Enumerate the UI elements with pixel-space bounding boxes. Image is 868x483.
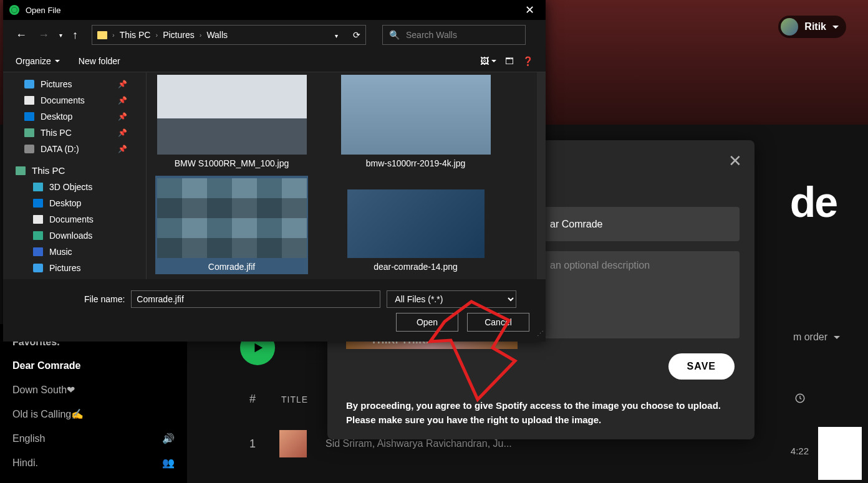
dialog-nav: ← → ▾ ↑ › This PC › Pictures › Walls ▾ ⟳… bbox=[3, 20, 546, 50]
close-icon[interactable]: ✕ bbox=[520, 3, 539, 17]
sidebar-item-dear-comrade[interactable]: Dear Comrade bbox=[12, 354, 175, 378]
search-icon: 🔍 bbox=[389, 30, 400, 40]
sidebar-item-old-is-calling[interactable]: Old is Calling✍ bbox=[12, 402, 175, 426]
track-artists: Sid Sriram, Aishwarya Ravichandran, Ju..… bbox=[326, 438, 512, 449]
breadcrumb-walls[interactable]: Walls bbox=[206, 30, 228, 40]
dialog-titlebar: Open File ✕ bbox=[3, 0, 546, 20]
dialog-title: Open File bbox=[26, 6, 60, 15]
filename-label: File name: bbox=[84, 294, 125, 304]
playlist-title-partial: de bbox=[790, 178, 837, 226]
save-button[interactable]: SAVE bbox=[668, 353, 735, 380]
tree-pictures[interactable]: Pictures📌 bbox=[3, 76, 146, 92]
file-item[interactable]: bmw-s1000rr-2019-4k.jpg bbox=[339, 72, 492, 171]
chevron-down-icon bbox=[834, 336, 840, 342]
tree-this-pc-quick[interactable]: This PC📌 bbox=[3, 125, 146, 141]
tree-documents[interactable]: Documents📌 bbox=[3, 92, 146, 108]
view-icon[interactable]: 🖼 bbox=[480, 56, 496, 66]
tree-this-pc[interactable]: This PC bbox=[3, 162, 146, 179]
white-overlay bbox=[818, 427, 862, 480]
filetype-select[interactable]: All Files (*.*) bbox=[387, 290, 516, 308]
track-art bbox=[279, 430, 307, 457]
open-button[interactable]: Open bbox=[396, 313, 458, 332]
forward-icon[interactable]: → bbox=[37, 27, 51, 43]
open-file-dialog: Open File ✕ ← → ▾ ↑ › This PC › Pictures… bbox=[3, 0, 546, 342]
refresh-icon[interactable]: ⟳ bbox=[353, 30, 360, 40]
breadcrumb-pictures[interactable]: Pictures bbox=[163, 30, 195, 40]
help-icon[interactable]: ❓ bbox=[523, 56, 533, 66]
user-name: Ritik bbox=[804, 21, 826, 32]
file-thumbnail bbox=[157, 75, 307, 155]
folder-icon bbox=[97, 31, 107, 39]
track-duration: 4:22 bbox=[791, 446, 809, 456]
filename-input[interactable] bbox=[131, 290, 380, 308]
tree-pictures-2[interactable]: Pictures bbox=[3, 260, 146, 276]
history-chevron-icon[interactable]: ▾ bbox=[59, 32, 62, 39]
playlist-name-input[interactable]: ar Comrade bbox=[540, 207, 740, 241]
sidebar-item-english[interactable]: English🔊 bbox=[12, 426, 175, 451]
tree-downloads[interactable]: Downloads bbox=[3, 227, 146, 244]
new-folder-button[interactable]: New folder bbox=[79, 56, 120, 66]
chevron-down-icon bbox=[832, 26, 839, 32]
file-grid: BMW S1000RR_MM_100.jpg bmw-s1000rr-2019-… bbox=[147, 72, 546, 279]
tree-music[interactable]: Music bbox=[3, 244, 146, 260]
track-header: # TITLE bbox=[249, 393, 308, 406]
file-thumbnail bbox=[341, 75, 491, 155]
breadcrumb-this-pc[interactable]: This PC bbox=[120, 30, 151, 40]
dialog-toolbar: Organize New folder 🖼 🗔 ❓ bbox=[3, 50, 546, 72]
volume-icon: 🔊 bbox=[162, 433, 175, 444]
user-menu[interactable]: Ritik bbox=[778, 16, 846, 38]
cancel-button[interactable]: Cancel bbox=[467, 313, 529, 332]
friends-icon: 👥 bbox=[162, 457, 175, 469]
sort-order[interactable]: m order bbox=[793, 332, 840, 343]
tree-desktop[interactable]: Desktop📌 bbox=[3, 108, 146, 125]
up-icon[interactable]: ↑ bbox=[71, 27, 79, 43]
folder-tree: Pictures📌 Documents📌 Desktop📌 This PC📌 D… bbox=[3, 72, 147, 279]
search-input[interactable]: 🔍 Search Walls bbox=[382, 25, 526, 45]
file-item[interactable]: dear-comrade-14.png bbox=[339, 176, 492, 274]
sidebar: Favorites. Dear Comrade Down South❤ Old … bbox=[0, 324, 187, 483]
file-item[interactable]: BMW S1000RR_MM_100.jpg bbox=[155, 72, 308, 171]
file-thumbnail bbox=[157, 178, 307, 258]
breadcrumb[interactable]: › This PC › Pictures › Walls ▾ ⟳ bbox=[92, 25, 366, 45]
file-thumbnail bbox=[347, 189, 485, 258]
tree-3d-objects[interactable]: 3D Objects bbox=[3, 179, 146, 195]
tree-data-d[interactable]: DATA (D:)📌 bbox=[3, 141, 146, 157]
avatar bbox=[781, 18, 798, 36]
resize-grip-icon[interactable]: ⋰ bbox=[537, 330, 542, 338]
sidebar-item-hindi[interactable]: Hindi.👥 bbox=[12, 451, 175, 475]
upload-disclaimer: By proceeding, you agree to give Spotify… bbox=[346, 399, 736, 427]
sidebar-item-down-south[interactable]: Down South❤ bbox=[12, 378, 175, 402]
playlist-desc-input[interactable]: an optional description bbox=[540, 251, 740, 338]
duration-icon bbox=[794, 393, 806, 406]
files-scrollbar[interactable] bbox=[537, 72, 546, 279]
dialog-bottom: File name: All Files (*.*) Open Cancel ⋰ bbox=[3, 279, 546, 342]
tree-documents-2[interactable]: Documents bbox=[3, 211, 146, 227]
close-icon[interactable]: ✕ bbox=[728, 151, 742, 171]
back-icon[interactable]: ← bbox=[14, 27, 28, 43]
file-item-selected[interactable]: Comrade.jfif bbox=[155, 176, 308, 274]
tree-desktop-2[interactable]: Desktop bbox=[3, 195, 146, 211]
spotify-icon bbox=[9, 5, 19, 15]
preview-pane-icon[interactable]: 🗔 bbox=[505, 56, 514, 66]
organize-menu[interactable]: Organize bbox=[16, 56, 60, 66]
